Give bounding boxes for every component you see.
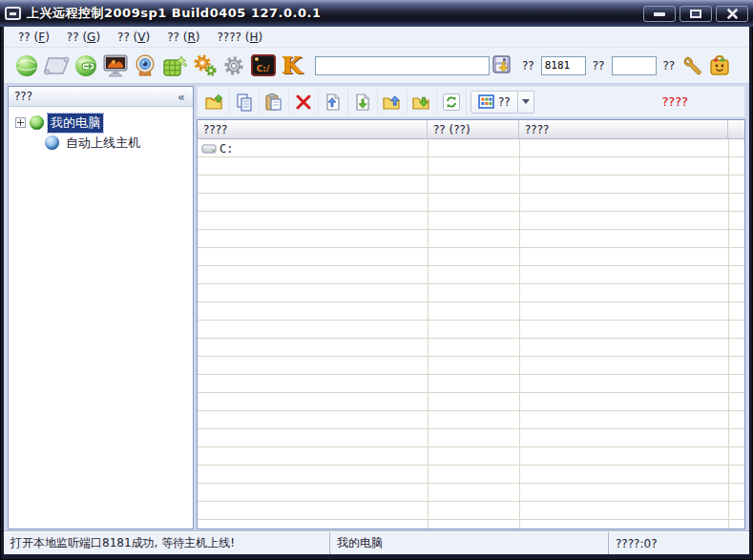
refresh-icon[interactable] [437, 89, 467, 114]
menu-tools[interactable]: ?? (G) [58, 29, 109, 46]
column-divider [728, 139, 729, 529]
close-button[interactable] [716, 6, 748, 22]
toolbox-icon[interactable] [706, 51, 733, 81]
minimize-icon [654, 12, 665, 16]
tree-item-auto-online[interactable]: 自动上线主机 [9, 133, 193, 153]
globe-blue-icon [45, 135, 59, 150]
window-title: 上兴远程控制2009sp1 Build0405 127.0.0.1 [27, 5, 321, 22]
app-window: 上兴远程控制2009sp1 Build0405 127.0.0.1 ?? (F)… [0, 0, 753, 560]
chevron-down-icon [522, 99, 530, 104]
table-row-drive-c[interactable]: C: [198, 139, 744, 157]
column-divider [519, 139, 520, 529]
file-table: ???? ?? (??) ???? C: [197, 119, 745, 529]
minimize-button[interactable] [643, 6, 676, 22]
close-icon [727, 9, 738, 19]
cube-icon[interactable] [159, 51, 189, 81]
menu-bar: ?? (F) ?? (G) ?? (V) ?? (R) ???? (H) [4, 27, 749, 48]
column-header-type[interactable]: ???? [519, 120, 728, 139]
status-host-count: ????:0? [608, 532, 749, 554]
page-download-icon[interactable] [348, 89, 378, 114]
tree-item-label[interactable]: 我的电脑 [48, 114, 103, 133]
paste-icon[interactable] [260, 89, 289, 114]
collapse-panel-button[interactable]: « [176, 90, 187, 104]
view-mode-dropdown[interactable] [518, 91, 534, 114]
tree-panel-title: ??? [14, 90, 176, 103]
menu-view[interactable]: ?? (V) [109, 29, 158, 46]
file-manager-region: ?? ???? ???? ?? (??) ???? [197, 86, 745, 529]
column-header-size[interactable]: ?? (??) [428, 120, 519, 139]
expand-plus-icon[interactable] [15, 117, 26, 128]
monitor-icon[interactable] [100, 51, 130, 81]
delete-icon[interactable] [289, 89, 319, 114]
globe-chat-icon[interactable] [71, 51, 100, 81]
tree-item-my-computer[interactable]: 我的电脑 [9, 113, 193, 133]
gears-orange-icon[interactable] [189, 51, 219, 81]
scroll-icon[interactable] [41, 51, 71, 81]
menu-help[interactable]: ???? (H) [208, 29, 271, 46]
wrench-icon[interactable] [681, 51, 706, 81]
view-mode-button[interactable]: ?? [471, 91, 518, 114]
folder-upload-icon[interactable] [378, 89, 408, 114]
content-area: ??? « 我的电脑 自动上线主机 [4, 84, 749, 531]
webcam-icon[interactable] [130, 51, 159, 81]
extra-label: ?? [663, 59, 676, 73]
view-mode-label: ?? [498, 95, 511, 109]
port-input[interactable] [541, 56, 586, 75]
grid-view-icon [478, 94, 494, 109]
gear-gray-icon[interactable] [219, 51, 248, 81]
file-toolbar: ?? ???? [197, 86, 745, 117]
host-tree-panel: ??? « 我的电脑 自动上线主机 [8, 86, 194, 529]
app-icon [5, 7, 21, 20]
extra-input[interactable] [612, 56, 657, 75]
column-header-filler [728, 120, 744, 139]
address-label: ?? [522, 59, 534, 73]
globe-icon[interactable] [11, 51, 41, 81]
title-bar[interactable]: 上兴远程控制2009sp1 Build0405 127.0.0.1 [0, 0, 753, 27]
port-label: ?? [593, 59, 605, 73]
host-tree: 我的电脑 自动上线主机 [9, 107, 193, 153]
address-input[interactable] [315, 56, 490, 75]
k-logo-icon[interactable]: K [278, 51, 307, 81]
column-header-name[interactable]: ???? [198, 120, 428, 139]
table-body[interactable]: C: [198, 139, 744, 529]
drive-label: C: [220, 142, 233, 156]
table-header: ???? ?? (??) ???? [198, 120, 744, 139]
maximize-button[interactable] [680, 6, 712, 22]
column-divider [428, 139, 429, 529]
main-toolbar: C:/ K ?? ?? ?? [4, 48, 749, 84]
status-listen-message: 打开本地监听端口8181成功, 等待主机上线! [4, 532, 329, 554]
page-upload-icon[interactable] [319, 89, 348, 114]
folder-download-icon[interactable] [408, 89, 437, 114]
hard-drive-icon [201, 143, 217, 155]
tree-item-label[interactable]: 自动上线主机 [63, 134, 143, 153]
status-bar: 打开本地监听端口8181成功, 等待主机上线! 我的电脑 ????:0? [4, 531, 749, 554]
menu-run[interactable]: ?? (R) [158, 29, 208, 46]
menu-file[interactable]: ?? (F) [10, 29, 58, 46]
tree-panel-header: ??? « [9, 87, 193, 107]
copy-icon[interactable] [230, 89, 260, 114]
save-icon[interactable] [490, 51, 515, 81]
folder-up-icon[interactable] [200, 89, 230, 114]
terminal-icon[interactable]: C:/ [248, 51, 278, 81]
globe-green-icon [30, 115, 44, 130]
maximize-icon [690, 10, 701, 18]
status-current-node: 我的电脑 [329, 532, 608, 554]
online-status-label: ???? [661, 94, 688, 109]
